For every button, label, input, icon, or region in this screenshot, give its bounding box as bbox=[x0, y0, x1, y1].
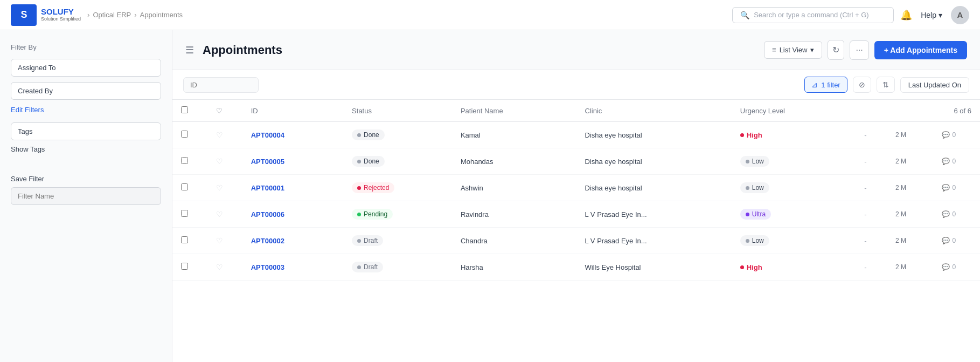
last-updated-button[interactable]: Last Updated On bbox=[900, 77, 969, 93]
row-checkbox[interactable] bbox=[181, 210, 188, 217]
table-row: ♡ APT00002 Draft Chandra L V Prasad Eye … bbox=[172, 228, 980, 254]
created-by-select[interactable]: Created By bbox=[11, 82, 161, 100]
th-id: ID bbox=[242, 100, 343, 122]
row-checkbox[interactable] bbox=[181, 131, 188, 138]
logo-icon: S bbox=[11, 4, 37, 26]
row-checkbox-cell bbox=[172, 201, 207, 228]
row-urgency-cell: Low bbox=[732, 175, 856, 201]
row-checkbox-cell bbox=[172, 122, 207, 148]
help-button[interactable]: Help ▾ bbox=[921, 11, 942, 19]
favorite-icon[interactable]: ♡ bbox=[216, 236, 223, 245]
row-patient-cell: Kamal bbox=[452, 122, 576, 148]
top-navigation: S SOLUFY Solution Simplified › Optical E… bbox=[0, 0, 980, 30]
row-checkbox-cell bbox=[172, 228, 207, 254]
row-id-cell: APT00006 bbox=[242, 201, 343, 228]
th-count: 6 of 6 bbox=[933, 100, 980, 122]
favorite-icon[interactable]: ♡ bbox=[216, 131, 223, 139]
nav-icons: 🔔 Help ▾ A bbox=[900, 6, 969, 24]
page-title: Appointments bbox=[203, 43, 757, 57]
menu-icon[interactable]: ☰ bbox=[185, 44, 194, 56]
urgency-level-badge: High bbox=[740, 131, 847, 139]
search-bar[interactable]: 🔍 Search or type a command (Ctrl + G) bbox=[732, 7, 894, 23]
filter-badge-button[interactable]: ⊿ 1 filter bbox=[804, 77, 847, 93]
favorite-icon[interactable]: ♡ bbox=[216, 263, 223, 271]
row-comment-cell: 💬 0 bbox=[933, 201, 980, 228]
list-view-button[interactable]: ≡ List View ▾ bbox=[764, 41, 822, 59]
row-id[interactable]: APT00003 bbox=[251, 263, 284, 271]
row-dash-cell: - bbox=[856, 254, 887, 281]
row-checkbox[interactable] bbox=[181, 263, 188, 270]
favorite-icon[interactable]: ♡ bbox=[216, 157, 223, 166]
comment-count: 💬 0 bbox=[942, 263, 971, 271]
favorite-icon[interactable]: ♡ bbox=[216, 210, 223, 218]
filter-clear-icon: ⊘ bbox=[859, 80, 865, 89]
save-filter-label: Save Filter bbox=[11, 175, 161, 183]
more-options-button[interactable]: ··· bbox=[850, 40, 868, 60]
urgency-level-badge: Low bbox=[740, 235, 769, 246]
row-id-cell: APT00002 bbox=[242, 228, 343, 254]
refresh-icon: ↻ bbox=[832, 45, 839, 55]
urgency-dot bbox=[746, 239, 749, 243]
row-time-cell: 2 M bbox=[887, 148, 933, 175]
edit-filters-link[interactable]: Edit Filters bbox=[11, 106, 44, 114]
main-layout: Filter By Assigned To Created By Edit Fi… bbox=[0, 30, 980, 362]
tags-select[interactable]: Tags bbox=[11, 122, 161, 140]
search-placeholder: Search or type a command (Ctrl + G) bbox=[754, 11, 869, 19]
urgency-dot bbox=[746, 186, 749, 190]
notification-bell-icon[interactable]: 🔔 bbox=[900, 9, 912, 21]
breadcrumb-optical[interactable]: Optical ERP bbox=[93, 11, 131, 19]
row-status-cell: Done bbox=[343, 148, 452, 175]
comment-icon: 💬 bbox=[942, 237, 950, 244]
row-checkbox[interactable] bbox=[181, 157, 188, 164]
row-favorite-cell: ♡ bbox=[207, 201, 242, 228]
row-id[interactable]: APT00005 bbox=[251, 158, 284, 166]
comment-count: 💬 0 bbox=[942, 131, 971, 139]
urgency-dot bbox=[740, 133, 744, 137]
row-comment-cell: 💬 0 bbox=[933, 148, 980, 175]
sort-button[interactable]: ⇅ bbox=[877, 77, 895, 93]
table-container: ⊿ 1 filter ⊘ ⇅ Last Updated On bbox=[172, 70, 980, 362]
row-urgency-cell: High bbox=[732, 254, 856, 281]
th-checkbox bbox=[172, 100, 207, 122]
assigned-to-select[interactable]: Assigned To bbox=[11, 59, 161, 77]
row-favorite-cell: ♡ bbox=[207, 175, 242, 201]
favorite-icon[interactable]: ♡ bbox=[216, 183, 223, 192]
row-favorite-cell: ♡ bbox=[207, 254, 242, 281]
row-clinic-cell: Disha eye hospital bbox=[576, 148, 731, 175]
list-view-icon: ≡ bbox=[772, 46, 776, 54]
row-status-cell: Pending bbox=[343, 201, 452, 228]
add-appointments-button[interactable]: + Add Appointments bbox=[874, 41, 967, 59]
row-id[interactable]: APT00002 bbox=[251, 237, 284, 245]
comment-icon: 💬 bbox=[942, 263, 950, 271]
filter-clear-button[interactable]: ⊘ bbox=[853, 77, 871, 93]
urgency-dot bbox=[740, 265, 744, 269]
row-id[interactable]: APT00001 bbox=[251, 184, 284, 192]
row-favorite-cell: ♡ bbox=[207, 122, 242, 148]
comment-icon: 💬 bbox=[942, 184, 950, 192]
comment-icon: 💬 bbox=[942, 158, 950, 165]
page-header: ☰ Appointments ≡ List View ▾ ↻ ··· + Add… bbox=[172, 30, 980, 70]
row-checkbox[interactable] bbox=[181, 183, 188, 190]
row-checkbox-cell bbox=[172, 175, 207, 201]
status-badge: Done bbox=[352, 156, 385, 167]
row-clinic-cell: Disha eye hospital bbox=[576, 175, 731, 201]
row-urgency-cell: High bbox=[732, 122, 856, 148]
row-time-cell: 2 M bbox=[887, 201, 933, 228]
filter-name-input[interactable] bbox=[11, 187, 161, 205]
urgency-level-badge: Low bbox=[740, 156, 769, 167]
row-comment-cell: 💬 0 bbox=[933, 122, 980, 148]
row-dash-cell: - bbox=[856, 175, 887, 201]
row-id[interactable]: APT00004 bbox=[251, 131, 284, 139]
th-status: Status bbox=[343, 100, 452, 122]
row-clinic-cell: L V Prasad Eye In... bbox=[576, 201, 731, 228]
avatar[interactable]: A bbox=[951, 6, 969, 24]
row-checkbox[interactable] bbox=[181, 236, 188, 243]
row-comment-cell: 💬 0 bbox=[933, 254, 980, 281]
urgency-level-badge: Low bbox=[740, 182, 769, 193]
select-all-checkbox[interactable] bbox=[181, 106, 188, 113]
refresh-button[interactable]: ↻ bbox=[828, 40, 844, 60]
id-search-input[interactable] bbox=[183, 77, 259, 93]
row-status-cell: Rejected bbox=[343, 175, 452, 201]
show-tags-link[interactable]: Show Tags bbox=[11, 145, 45, 153]
row-id[interactable]: APT00006 bbox=[251, 210, 284, 218]
